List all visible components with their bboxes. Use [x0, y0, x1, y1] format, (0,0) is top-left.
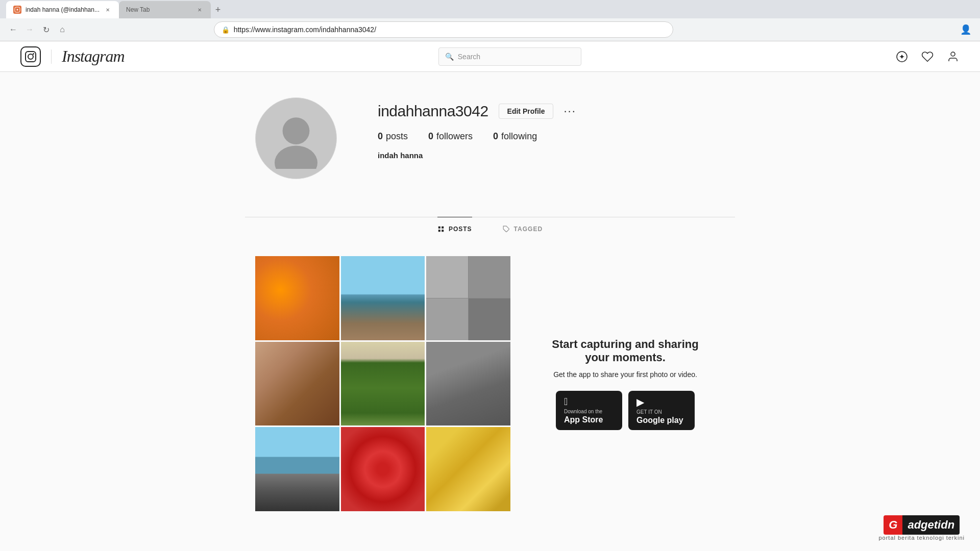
- svg-rect-10: [438, 227, 440, 229]
- app-store-button[interactable]:  Download on the App Store: [556, 391, 622, 430]
- tag-icon: [503, 226, 510, 233]
- username: indahhanna3042: [378, 103, 488, 120]
- gadgetidn-subtitle: portal berita teknologi terkini: [878, 535, 965, 541]
- tab-posts[interactable]: POSTS: [437, 217, 472, 241]
- svg-rect-11: [442, 227, 444, 229]
- avatar-container: [255, 97, 337, 179]
- profile-info: indahhanna3042 Edit Profile ··· 0 posts …: [378, 97, 725, 160]
- gadgetidn-logo-text: adgetidn: [908, 518, 954, 531]
- forward-button[interactable]: →: [22, 22, 37, 37]
- svg-point-4: [33, 53, 34, 55]
- photo-grid: [255, 256, 510, 511]
- google-play-button[interactable]: ▶ GET IT ON Google play: [628, 391, 695, 430]
- photo-cell[interactable]: [426, 427, 510, 511]
- posts-label: posts: [386, 131, 408, 142]
- following-label: following: [501, 131, 537, 142]
- photo-cell[interactable]: [426, 256, 510, 340]
- profile-section: indahhanna3042 Edit Profile ··· 0 posts …: [245, 72, 735, 217]
- back-button[interactable]: ←: [6, 22, 20, 37]
- search-bar[interactable]: 🔍 Search: [438, 47, 581, 66]
- app-store-pre: Download on the: [564, 409, 602, 414]
- main-content: Start capturing and sharing your moments…: [245, 241, 735, 527]
- svg-rect-2: [26, 52, 36, 62]
- tab-newtab[interactable]: New Tab ✕: [119, 1, 211, 18]
- edit-profile-button[interactable]: Edit Profile: [499, 104, 554, 119]
- profile-nav-icon[interactable]: [946, 50, 960, 63]
- photo-cell[interactable]: [255, 427, 339, 511]
- google-play-pre: GET IT ON: [636, 409, 662, 415]
- browser-actions: 👤: [958, 21, 974, 38]
- search-icon: 🔍: [445, 53, 454, 61]
- tab-close-instagram[interactable]: ✕: [104, 6, 112, 14]
- posts-count: 0: [378, 131, 383, 142]
- instagram-navbar: Instagram 🔍 Search: [0, 41, 980, 72]
- following-count: 0: [493, 131, 498, 142]
- address-bar[interactable]: 🔒 https://www.instagram.com/indahhanna30…: [214, 21, 673, 38]
- user-icon-browser[interactable]: 👤: [958, 21, 974, 38]
- followers-stat[interactable]: 0 followers: [428, 131, 473, 142]
- photo-cell[interactable]: [426, 342, 510, 426]
- app-promo: Start capturing and sharing your moments…: [526, 256, 725, 511]
- store-buttons:  Download on the App Store ▶ GET IT ON …: [556, 391, 695, 430]
- promo-title: Start capturing and sharing your moments…: [541, 338, 709, 364]
- gadgetidn-logo-g: G: [889, 518, 897, 531]
- reload-button[interactable]: ↻: [39, 22, 53, 37]
- nav-divider: [51, 49, 52, 64]
- tab-title-instagram: indah hanna (@indahhan...: [26, 6, 100, 13]
- profile-header: indahhanna3042 Edit Profile ··· 0 posts …: [255, 97, 725, 179]
- following-stat[interactable]: 0 following: [493, 131, 537, 142]
- photo-cell[interactable]: [255, 342, 339, 426]
- photo-cell[interactable]: [341, 342, 425, 426]
- photo-cell[interactable]: [341, 256, 425, 340]
- tab-instagram[interactable]: indah hanna (@indahhan... ✕: [6, 1, 119, 18]
- google-play-name: Google play: [636, 416, 683, 425]
- instagram-page: Instagram 🔍 Search: [0, 41, 980, 527]
- svg-point-3: [28, 54, 33, 59]
- instagram-wordmark: Instagram: [62, 47, 125, 66]
- nav-right: [895, 50, 960, 63]
- browser-controls: ← → ↻ ⌂: [6, 22, 69, 37]
- explore-icon[interactable]: [895, 50, 909, 63]
- photo-cell[interactable]: [255, 256, 339, 340]
- svg-point-7: [951, 52, 955, 56]
- nav-center: 🔍 Search: [125, 47, 895, 66]
- grid-icon: [437, 226, 445, 233]
- followers-count: 0: [428, 131, 433, 142]
- svg-point-8: [283, 117, 310, 144]
- apple-icon: : [564, 396, 568, 408]
- app-store-name: App Store: [564, 415, 603, 424]
- followers-label: followers: [436, 131, 473, 142]
- svg-marker-6: [899, 55, 904, 59]
- tab-favicon-instagram: [13, 6, 21, 14]
- home-button[interactable]: ⌂: [55, 22, 69, 37]
- address-bar-row: ← → ↻ ⌂ 🔒 https://www.instagram.com/inda…: [0, 18, 980, 41]
- nav-left: Instagram: [20, 46, 125, 67]
- svg-point-0: [17, 9, 18, 11]
- full-name: indah hanna: [378, 151, 725, 160]
- gadgetidn-watermark: G adgetidn portal berita teknologi terki…: [878, 515, 965, 541]
- heart-icon[interactable]: [921, 50, 934, 63]
- profile-stats: 0 posts 0 followers 0 following: [378, 131, 725, 142]
- tab-bar: indah hanna (@indahhan... ✕ New Tab ✕ +: [0, 0, 980, 18]
- svg-rect-13: [442, 230, 444, 232]
- lock-icon: 🔒: [222, 26, 230, 34]
- svg-point-9: [275, 145, 317, 169]
- new-tab-button[interactable]: +: [211, 3, 225, 17]
- username-row: indahhanna3042 Edit Profile ···: [378, 103, 725, 120]
- avatar-svg: [265, 108, 327, 169]
- svg-rect-12: [438, 230, 440, 232]
- address-text: https://www.instagram.com/indahhanna3042…: [234, 26, 376, 34]
- search-placeholder: Search: [458, 53, 480, 61]
- tab-close-newtab[interactable]: ✕: [195, 6, 204, 14]
- photo-cell[interactable]: [341, 427, 425, 511]
- google-play-icon: ▶: [636, 396, 644, 408]
- tab-title-newtab: New Tab: [126, 6, 191, 13]
- posts-stat[interactable]: 0 posts: [378, 131, 408, 142]
- promo-subtitle: Get the app to share your first photo or…: [553, 370, 697, 379]
- tab-tagged[interactable]: TAGGED: [503, 217, 543, 241]
- browser-chrome: indah hanna (@indahhan... ✕ New Tab ✕ + …: [0, 0, 980, 41]
- profile-tabs: POSTS TAGGED: [245, 217, 735, 241]
- more-options-button[interactable]: ···: [564, 106, 576, 117]
- avatar: [255, 97, 337, 179]
- instagram-logo-icon[interactable]: [20, 46, 41, 67]
